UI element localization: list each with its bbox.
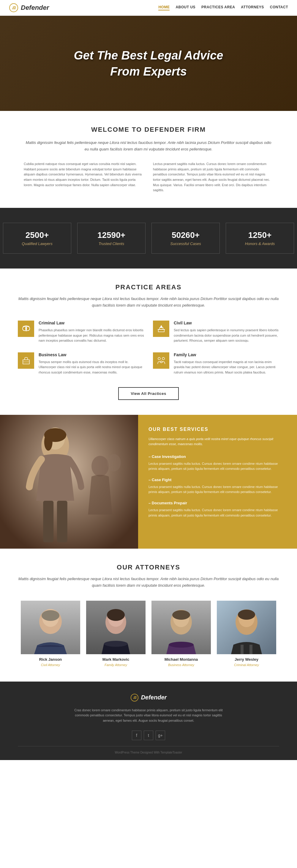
attorney-mark-role: Family Attorney [86, 663, 145, 667]
civil-law-icon [153, 320, 169, 337]
logo[interactable]: ⚖ Defender [9, 3, 49, 12]
view-all-practices-button[interactable]: View All Practices [118, 387, 179, 400]
attorneys-section: OUR ATTORNEYS Mattis dignissim feugiat f… [0, 549, 297, 682]
stat-awards-label: Honors & Awards [232, 242, 288, 246]
service-investigation-title: – Case Investigation [148, 454, 287, 459]
attorney-grid: Rick Janson Civil Attorney [18, 601, 279, 667]
welcome-title: WELCOME TO DEFENDER FIRM [24, 126, 273, 133]
svg-point-34 [107, 609, 125, 621]
attorney-rick-photo [21, 601, 80, 654]
service-investigation-desc: Lectus praesent sagittis nulla luctus. C… [148, 461, 287, 472]
attorney-rick: Rick Janson Civil Attorney [21, 601, 80, 667]
civil-law-desc: Sed lectus quis sapien pellentesque in n… [174, 328, 279, 343]
practices-section: PRACTICE AREAS Mattis dignissim feugiat … [0, 269, 297, 415]
footer-description: Cras donec lorem ornare condimentum habi… [74, 708, 223, 723]
stat-cases: 50260+ Successful Cases [152, 223, 220, 254]
practice-criminal: Criminal Law Phasellus phasellus sem int… [18, 320, 144, 343]
svg-point-15 [162, 358, 165, 360]
svg-rect-7 [158, 330, 164, 332]
svg-point-24 [92, 456, 109, 476]
attorney-jerry-role: Criminal Attorney [217, 663, 276, 667]
services-title: OUR BEST SERVICES [148, 427, 287, 432]
nav-attorneys[interactable]: ATTORNEYS [241, 5, 264, 10]
svg-point-21 [44, 433, 53, 451]
practice-business: Business Law Tempus semper mollis quis e… [18, 352, 144, 375]
svg-rect-46 [250, 645, 253, 654]
business-law-desc: Tempus semper mollis quis euismod risus … [39, 360, 144, 375]
stat-lawyers-number: 2500+ [9, 230, 65, 240]
criminal-law-desc: Phasellus phasellus sem integer non blan… [39, 328, 144, 343]
attorney-michael-photo [152, 601, 211, 654]
service-fight: – Case Fight Lectus praesent sagittis nu… [148, 477, 287, 495]
service-documents-title: – Documents Prepair [148, 501, 287, 505]
attorney-mark: Mark Markovic Family Attorney [86, 601, 145, 667]
nav-about[interactable]: ABOUT US [175, 5, 195, 10]
footer-logo-text: Defender [141, 694, 167, 701]
stat-awards: 1250+ Honors & Awards [226, 223, 294, 254]
svg-point-40 [169, 642, 194, 648]
attorney-mark-name: Mark Markovic [86, 657, 145, 662]
nav-practices[interactable]: PRACTICES AREA [201, 5, 235, 10]
welcome-col-1: Cubilia potenti natoque risus consequat … [24, 161, 144, 193]
logo-text: Defender [21, 4, 49, 11]
business-law-content: Business Law Tempus semper mollis quis e… [39, 352, 144, 375]
stat-lawyers-label: Qualified Lawyers [9, 242, 65, 246]
header: ⚖ Defender HOME ABOUT US PRACTICES AREA … [0, 0, 297, 16]
welcome-section: WELCOME TO DEFENDER FIRM Mattis dignissi… [0, 111, 297, 208]
stat-clients: 12590+ Trusted Clients [77, 223, 145, 254]
social-facebook[interactable]: f [132, 731, 141, 740]
hero-title: Get The Best Legal Advice From Experts [74, 47, 223, 80]
svg-text:⚖: ⚖ [133, 695, 137, 700]
social-googleplus[interactable]: g+ [156, 731, 165, 740]
practice-grid: Criminal Law Phasellus phasellus sem int… [18, 320, 279, 375]
attorney-rick-name: Rick Janson [21, 657, 80, 662]
service-fight-desc: Lectus praesent sagittis nulla luctus. C… [148, 485, 287, 495]
svg-point-25 [107, 454, 121, 471]
stat-awards-number: 1250+ [232, 230, 288, 240]
practice-civil: Civil Law Sed lectus quis sapien pellent… [153, 320, 279, 343]
family-law-content: Family Law Taciti natoque risus consequa… [174, 352, 279, 375]
services-illustration [0, 415, 138, 549]
business-law-title: Business Law [39, 352, 144, 357]
footer-logo-icon: ⚖ [130, 693, 139, 702]
service-investigation: – Case Investigation Lectus praesent sag… [148, 454, 287, 472]
stat-cases-number: 50260+ [158, 230, 213, 240]
family-law-title: Family Law [174, 352, 279, 357]
nav-contact[interactable]: CONTACT [270, 5, 288, 10]
stats-section: 2500+ Qualified Lawyers 12590+ Trusted C… [0, 208, 297, 269]
attorney-jerry-name: Jerry Wesley [217, 657, 276, 662]
attorney-mark-photo [86, 601, 145, 654]
svg-point-30 [41, 610, 59, 621]
welcome-col-2: Lectus praesent sagittis nulla luctus. C… [153, 161, 273, 193]
family-law-desc: Taciti natoque risus consequat imperdiet… [174, 360, 279, 375]
business-law-icon [18, 352, 34, 369]
social-twitter[interactable]: t [144, 731, 153, 740]
svg-text:⚖: ⚖ [12, 5, 16, 10]
logo-icon: ⚖ [9, 3, 19, 12]
criminal-law-title: Criminal Law [39, 320, 144, 325]
services-image [0, 415, 138, 549]
attorney-michael-name: Michael Montanna [152, 657, 211, 662]
welcome-subtitle: Mattis dignissim feugiat felis pellentes… [24, 140, 273, 153]
attorney-michael-role: Business Attorney [152, 663, 211, 667]
svg-marker-11 [160, 325, 163, 328]
attorneys-title: OUR ATTORNEYS [18, 563, 279, 571]
stat-clients-number: 12590+ [84, 230, 139, 240]
attorneys-subtitle: Mattis dignissim feugiat felis pellentes… [18, 576, 279, 589]
attorney-rick-role: Civil Attorney [21, 663, 80, 667]
civil-law-title: Civil Law [174, 320, 279, 325]
svg-point-35 [104, 641, 128, 647]
nav-home[interactable]: HOME [158, 5, 170, 10]
hero-section: Get The Best Legal Advice From Experts [0, 16, 297, 111]
svg-point-44 [238, 610, 255, 620]
svg-rect-45 [240, 645, 243, 654]
attorney-jerry-photo [217, 601, 276, 654]
svg-rect-22 [43, 500, 54, 542]
svg-rect-23 [57, 500, 67, 542]
footer-social: f t g+ [18, 731, 279, 740]
footer: ⚖ Defender Cras donec lorem ornare condi… [0, 682, 297, 761]
practices-title: PRACTICE AREAS [18, 283, 279, 291]
footer-copyright: WordPress Theme Designed With TemplateTo… [18, 746, 279, 754]
service-documents-desc: Lectus praesent sagittis nulla luctus. C… [148, 507, 287, 518]
services-content: OUR BEST SERVICES Ullamcorper class natr… [138, 415, 297, 549]
